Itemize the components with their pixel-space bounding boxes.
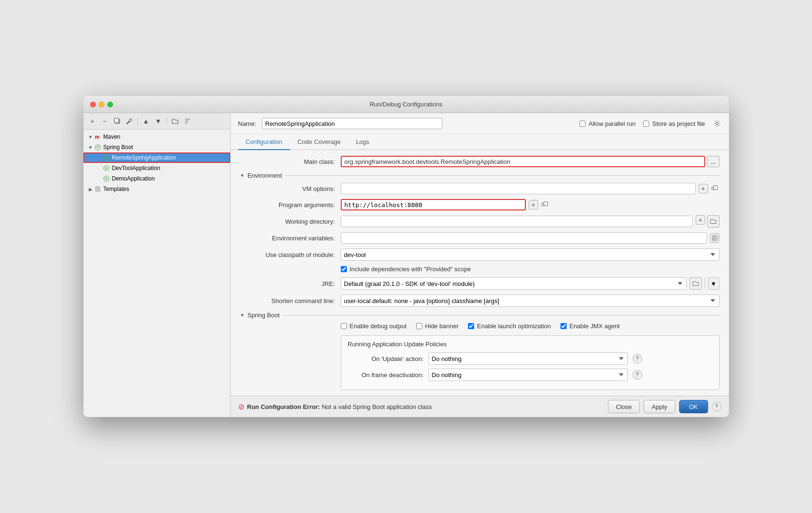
sidebar-item-spring-boot[interactable]: Spring Boot: [84, 142, 230, 152]
copy-config-button[interactable]: [112, 116, 122, 126]
close-button[interactable]: Close: [608, 400, 640, 413]
folder-button[interactable]: [170, 116, 180, 126]
vm-options-field: +: [341, 183, 719, 194]
working-dir-input[interactable]: [341, 216, 693, 227]
tree-arrow-templates: [87, 187, 94, 192]
enable-debug-label: Enable debug output: [350, 323, 407, 330]
on-update-help-button[interactable]: ?: [633, 354, 642, 363]
run-debug-dialog: Run/Debug Configurations + −: [84, 96, 729, 417]
on-frame-row: On frame deactivation: Do nothing ?: [348, 369, 712, 381]
tree-arrow-spring-boot: [87, 145, 94, 150]
env-vars-edit-button[interactable]: [710, 233, 719, 243]
enable-launch-field: Enable launch optimization: [468, 323, 551, 330]
sort-button[interactable]: [182, 116, 193, 126]
svg-rect-20: [544, 202, 548, 206]
maximize-window-button[interactable]: [107, 102, 113, 107]
svg-text:m: m: [95, 134, 100, 140]
shorten-cmd-field: user-local default: none - java [options…: [341, 294, 719, 307]
name-input[interactable]: [262, 118, 442, 129]
tabs-row: Configuration Code Coverage Logs: [231, 134, 729, 150]
name-label: Name:: [238, 120, 256, 127]
tab-code-coverage[interactable]: Code Coverage: [290, 134, 348, 150]
include-deps-label: Include dependencies with "Provided" sco…: [350, 266, 471, 273]
sidebar-item-label-templates: Templates: [103, 186, 130, 192]
classpath-field: dev-tool: [341, 248, 719, 261]
add-config-button[interactable]: +: [87, 116, 98, 126]
remove-config-button[interactable]: −: [100, 116, 110, 126]
window-controls: [90, 102, 113, 107]
spring-checkboxes: Enable debug output Hide banner Enable l…: [341, 323, 719, 330]
hide-banner-checkbox[interactable]: [416, 323, 422, 329]
running-policies-title: Running Application Update Policies: [348, 341, 712, 348]
vm-options-expand-button[interactable]: [710, 184, 719, 193]
svg-point-16: [716, 123, 718, 125]
enable-jmx-field: Enable JMX agent: [560, 323, 620, 330]
enable-launch-checkbox[interactable]: [468, 323, 474, 329]
apply-button[interactable]: Apply: [644, 400, 675, 413]
vm-options-label: VM options:: [240, 185, 335, 192]
program-args-actions: +: [529, 200, 550, 209]
svg-rect-1: [114, 118, 119, 123]
program-args-add-button[interactable]: +: [529, 200, 538, 209]
vm-options-actions: +: [699, 184, 719, 193]
main-class-input[interactable]: [341, 156, 705, 167]
program-args-field: +: [341, 199, 719, 210]
svg-rect-18: [714, 186, 718, 190]
jre-browse-button[interactable]: [690, 277, 702, 290]
help-button[interactable]: ?: [712, 402, 721, 411]
on-frame-help-button[interactable]: ?: [633, 370, 642, 380]
sidebar-item-label-dev-tool: DevToolApplication: [112, 165, 160, 171]
run-config-icon-remote: [103, 154, 110, 162]
working-dir-actions: +: [696, 215, 719, 228]
tab-logs[interactable]: Logs: [348, 134, 377, 150]
ok-button[interactable]: OK: [679, 400, 708, 413]
env-vars-input[interactable]: [341, 232, 707, 244]
program-args-input[interactable]: [341, 199, 526, 210]
close-window-button[interactable]: [90, 102, 96, 107]
enable-debug-field: Enable debug output: [341, 323, 407, 330]
sidebar-toolbar: + − ▲ ▼: [84, 113, 230, 130]
working-dir-add-button[interactable]: +: [696, 215, 705, 225]
svg-marker-9: [105, 157, 108, 159]
on-update-select[interactable]: Do nothing: [429, 352, 628, 365]
sidebar-item-label-remote-spring: RemoteSpringApplication: [112, 154, 176, 161]
move-up-button[interactable]: ▲: [141, 116, 151, 126]
main-class-field: ...: [341, 156, 719, 167]
jre-select[interactable]: Default (graal 20.1.0 - SDK of 'dev-tool…: [341, 277, 687, 290]
jre-dropdown-button[interactable]: ▼: [708, 277, 719, 290]
on-frame-select[interactable]: Do nothing: [429, 369, 628, 381]
move-down-button[interactable]: ▼: [153, 116, 164, 126]
store-project-checkbox[interactable]: [643, 121, 649, 127]
jre-separator: [705, 278, 705, 289]
classpath-select[interactable]: dev-tool: [341, 248, 719, 261]
shorten-cmd-select[interactable]: user-local default: none - java [options…: [341, 294, 719, 307]
spring-boot-section-header: ▼ Spring Boot: [240, 312, 719, 319]
sidebar-item-label-spring-boot: Spring Boot: [103, 144, 133, 151]
sidebar-item-demo[interactable]: DemoApplication: [84, 173, 230, 184]
enable-jmx-checkbox[interactable]: [560, 323, 567, 329]
env-vars-field: [341, 232, 719, 244]
include-deps-checkbox[interactable]: [341, 266, 347, 272]
vm-options-add-button[interactable]: +: [699, 184, 708, 193]
environment-collapse-arrow[interactable]: ▼: [240, 173, 245, 178]
wrench-button[interactable]: [124, 116, 135, 126]
sidebar-item-maven[interactable]: m Maven: [84, 132, 230, 142]
sidebar-item-dev-tool[interactable]: DevToolApplication: [84, 163, 230, 173]
enable-debug-checkbox[interactable]: [341, 323, 347, 329]
main-class-browse-button[interactable]: ...: [707, 156, 719, 167]
program-args-expand-button[interactable]: [540, 200, 550, 209]
allow-parallel-checkbox[interactable]: [579, 121, 586, 127]
sidebar-item-remote-spring[interactable]: RemoteSpringApplication: [84, 152, 230, 163]
minimize-window-button[interactable]: [99, 102, 104, 107]
bottom-buttons: Close Apply OK: [608, 400, 708, 413]
svg-point-7: [97, 147, 98, 148]
name-right: Allow parallel run Store as project file: [579, 119, 721, 128]
tab-configuration[interactable]: Configuration: [238, 134, 290, 150]
spring-boot-collapse-arrow[interactable]: ▼: [240, 313, 245, 318]
right-panel: Name: Allow parallel run Store as projec…: [231, 113, 729, 417]
sidebar-item-templates[interactable]: Templates: [84, 184, 230, 194]
vm-options-input[interactable]: [341, 183, 696, 194]
tree-arrow-maven: [87, 134, 94, 140]
working-dir-browse-button[interactable]: [707, 215, 719, 228]
gear-button[interactable]: [713, 119, 721, 128]
